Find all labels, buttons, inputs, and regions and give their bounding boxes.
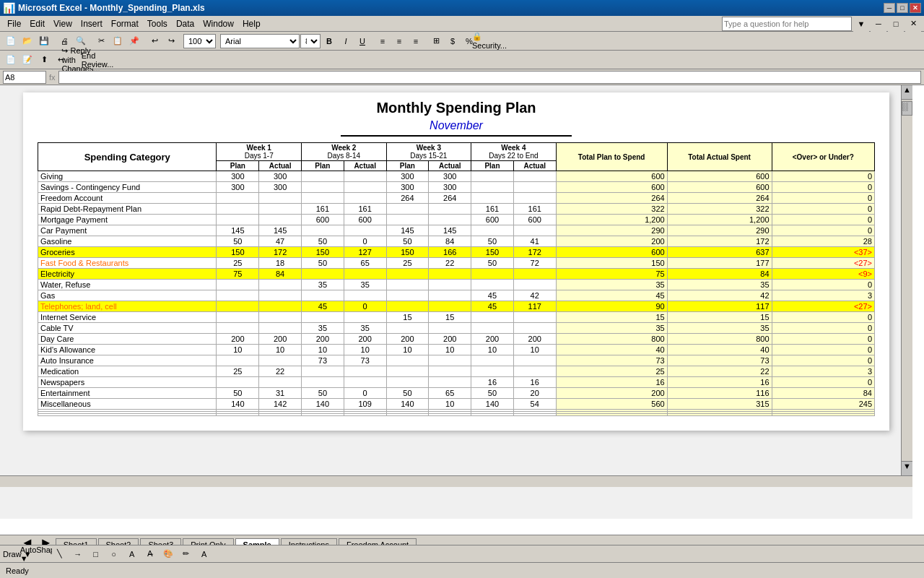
menu-help[interactable]: Help	[238, 17, 265, 30]
close-app-btn[interactable]: ✕	[905, 16, 921, 32]
cell-w1p	[217, 204, 259, 215]
menu-bar: File Edit View Insert Format Tools Data …	[0, 16, 924, 32]
cell-w1p: 145	[217, 225, 259, 236]
copy-btn[interactable]: 📋	[110, 33, 126, 49]
maximize-btn[interactable]: □	[897, 3, 908, 13]
category-cell: Medication	[38, 366, 217, 377]
cell-w2a: 161	[344, 204, 386, 215]
menu-edit[interactable]: Edit	[25, 17, 49, 30]
menu-window[interactable]: Window	[199, 17, 238, 30]
cell-w2p: 50	[302, 236, 344, 247]
cell-w1p: 140	[217, 399, 259, 410]
line-color-btn[interactable]: ✏	[178, 546, 194, 562]
category-cell: Rapid Debt-Repayment Plan	[38, 204, 217, 215]
cell-w2p	[302, 312, 344, 323]
line-btn[interactable]: ╲	[52, 546, 68, 562]
cell-w4a: 117	[513, 301, 556, 312]
menu-insert[interactable]: Insert	[77, 17, 107, 30]
cell-w1a	[259, 312, 302, 323]
cell-reference-input[interactable]	[3, 71, 46, 84]
cell-tp: 200	[556, 236, 667, 247]
cell-w3p	[386, 355, 429, 366]
cell-w2p: 150	[302, 247, 344, 258]
size-select[interactable]: 8	[300, 34, 321, 48]
cell-w4p: 10	[471, 345, 514, 355]
cell-w1p: 25	[217, 366, 259, 377]
table-row: Rapid Debt-Repayment Plan161161161161322…	[38, 204, 875, 215]
minimize-app-btn[interactable]: ─	[871, 16, 886, 32]
italic-btn[interactable]: I	[338, 33, 354, 49]
textbox-btn[interactable]: A	[124, 546, 140, 562]
cell-w2p	[302, 182, 344, 193]
cell-ta: 73	[667, 355, 772, 366]
formula-input[interactable]	[58, 71, 921, 84]
autoshapes-btn[interactable]: AutoShapes ▼	[34, 546, 50, 562]
tb2-end-review[interactable]: End Review...	[90, 52, 105, 68]
align-right-btn[interactable]: ≡	[408, 33, 424, 49]
security-btn[interactable]: 🔒 Security...	[481, 33, 497, 49]
wordart-btn[interactable]: A̶	[142, 546, 158, 562]
align-center-btn[interactable]: ≡	[391, 33, 407, 49]
menu-view[interactable]: View	[49, 17, 77, 30]
bold-btn[interactable]: B	[321, 33, 337, 49]
cell-w3a	[429, 301, 471, 312]
cell-w3p: 300	[386, 182, 429, 193]
font-color-btn[interactable]: A	[196, 546, 212, 562]
cell-ta: 315	[667, 399, 772, 410]
cell-w1p: 300	[217, 182, 259, 193]
menu-tools[interactable]: Tools	[143, 17, 172, 30]
undo-btn[interactable]: ↩	[147, 33, 162, 49]
open-btn[interactable]: 📂	[19, 33, 35, 49]
cell-tp: 15	[556, 312, 667, 323]
cell-tp: 73	[556, 355, 667, 366]
menu-data[interactable]: Data	[172, 17, 199, 30]
minimize-btn[interactable]: ─	[884, 3, 895, 13]
cell-w1a: 47	[259, 236, 302, 247]
arrow-btn[interactable]: →	[70, 546, 86, 562]
font-select[interactable]: Arial	[220, 34, 300, 48]
merge-btn[interactable]: ⊞	[428, 33, 444, 49]
cell-ou: 3	[772, 290, 874, 301]
cell-w4a	[513, 171, 556, 182]
category-cell: Water, Refuse	[38, 280, 217, 290]
tb2-btn3[interactable]: ⬆	[36, 52, 52, 68]
oval-btn[interactable]: ○	[106, 546, 122, 562]
cell-tp: 150	[556, 258, 667, 269]
cell-w1p	[217, 377, 259, 388]
menu-format[interactable]: Format	[107, 17, 143, 30]
cell-w2p	[302, 377, 344, 388]
new-btn[interactable]: 📄	[3, 33, 19, 49]
status-text: Ready	[6, 566, 29, 575]
menu-file[interactable]: File	[3, 17, 25, 30]
save-btn[interactable]: 💾	[36, 33, 52, 49]
cell-ta	[667, 414, 772, 416]
restore-app-btn[interactable]: □	[888, 16, 904, 32]
rect-btn[interactable]: □	[88, 546, 104, 562]
cell-w4p	[471, 171, 514, 182]
align-left-btn[interactable]: ≡	[375, 33, 391, 49]
w3-plan-header: Plan	[386, 161, 429, 171]
cell-w1a: 142	[259, 399, 302, 410]
zoom-select[interactable]: 100%	[183, 34, 216, 48]
currency-btn[interactable]: $	[445, 33, 461, 49]
ask-question-input[interactable]	[722, 17, 852, 31]
cell-w3p	[386, 204, 429, 215]
w2-actual-header: Actual	[344, 161, 386, 171]
horizontal-scrollbar[interactable]	[0, 475, 912, 487]
cell-ta: 15	[667, 312, 772, 323]
underline-btn[interactable]: U	[354, 33, 370, 49]
redo-btn[interactable]: ↪	[163, 33, 179, 49]
excel-icon: 📊	[3, 2, 15, 14]
fill-color-btn[interactable]: 🎨	[160, 546, 176, 562]
cell-w1p	[217, 355, 259, 366]
cell-w2a: 0	[344, 388, 386, 399]
vertical-scrollbar[interactable]: ▲ ░ ▼	[901, 85, 912, 475]
help-search-btn[interactable]: ▼	[853, 16, 869, 32]
close-btn[interactable]: ✕	[910, 3, 921, 13]
title-bar: 📊 Microsoft Excel - Monthly_Spending_Pla…	[0, 0, 924, 16]
category-header: Spending Category	[38, 143, 217, 171]
tb2-btn1[interactable]: 📄	[3, 52, 19, 68]
cell-ou: 0	[772, 182, 874, 193]
tb2-btn2[interactable]: 📝	[19, 52, 35, 68]
paste-btn[interactable]: 📌	[126, 33, 142, 49]
